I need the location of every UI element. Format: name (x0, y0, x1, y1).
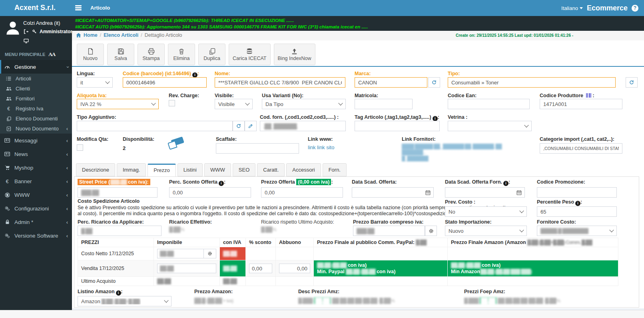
sidebar-item-versione-software[interactable]: Versione Software‹ (0, 229, 72, 242)
sidebar-item-nuovo-documento[interactable]: Nuovo Documento ‹ (0, 124, 72, 134)
breadcrumb-bar: Home/ Elenco Articoli/ Dettaglio Articol… (72, 31, 644, 41)
help-icon[interactable]: ? (632, 5, 638, 12)
lingua-select[interactable]: it (77, 77, 113, 88)
prev-costo-select[interactable]: No (445, 206, 527, 217)
chevron-left-icon: ‹ (66, 138, 68, 144)
vendita-abbuono-input[interactable] (279, 264, 310, 273)
tab-www[interactable]: WWW (204, 163, 231, 176)
eraser-icon[interactable] (167, 136, 185, 149)
vendita-sconto-input[interactable] (249, 264, 272, 273)
tab-listini[interactable]: Listini (177, 163, 203, 176)
sidebar-item-elenco-documenti[interactable]: Elenco Documenti (0, 114, 72, 124)
data-scad-offerta-input[interactable] (352, 187, 434, 198)
sidebar-item-configurazioni[interactable]: Configurazioni‹ (0, 202, 72, 215)
prezzo-offerta-input[interactable] (261, 187, 343, 198)
calendar-icon[interactable] (423, 188, 433, 197)
costo-netto-imponibile-input[interactable]: ██,██ (157, 249, 204, 258)
tab-accessori[interactable]: Accessori (286, 163, 321, 176)
rev-charge-checkbox[interactable] (169, 100, 175, 106)
sidebar-item-myshop[interactable]: Myshop‹ (0, 161, 72, 174)
modifica-qta-checkbox[interactable] (77, 144, 83, 151)
sidebar-item-www[interactable]: WWW‹ (0, 188, 72, 202)
tab-prezzo[interactable]: Prezzo (148, 164, 175, 177)
info-icon[interactable]: i (192, 72, 197, 78)
listino-amazon-select[interactable]: Amazon █,██ (█,██+█,██) (78, 296, 171, 306)
prezzo-barrato-gear-button[interactable] (425, 226, 437, 236)
sidebar-item-messaggi[interactable]: Messaggi‹ (0, 134, 72, 147)
usa-varianti-select[interactable]: Da Tipo (262, 99, 346, 109)
sidebar-item-clienti[interactable]: Clienti (0, 84, 72, 94)
tipo-aggiuntivo-input[interactable] (77, 121, 233, 131)
nuovo-button[interactable]: Nuovo (77, 44, 104, 65)
info-icon[interactable]: i (219, 181, 224, 186)
stato-importazione-select[interactable]: Nuovo (445, 226, 527, 236)
info-icon[interactable]: i (433, 116, 438, 121)
tag-articolo-input[interactable] (355, 121, 440, 131)
salva-button[interactable]: Salva (107, 44, 134, 65)
cod-forn-input[interactable]: ,██_███████, (260, 121, 346, 131)
tipo-refresh-button[interactable] (626, 77, 638, 88)
costo-netto-gear-button[interactable] (204, 249, 216, 258)
bing-indexnow-button[interactable]: Bing IndexNow (274, 44, 315, 65)
sidebar-item-gestione[interactable]: Gestione ‹ (0, 60, 72, 74)
elimina-button[interactable]: Elimina (168, 44, 195, 65)
marca-refresh-button[interactable] (428, 77, 440, 88)
scaffale-input[interactable] (216, 143, 299, 154)
breadcrumb-home[interactable]: Home (84, 32, 98, 38)
breadcrumb-elenco-articoli[interactable]: Elenco Articoli (104, 32, 138, 38)
tipo-input[interactable] (448, 77, 616, 88)
sidebar-item-registro-iva[interactable]: € Registro Iva (0, 104, 72, 114)
sidebar-item-admin[interactable]: Admin *‹ (0, 215, 72, 229)
prezzo-barrato-input[interactable]: ███,██ (353, 226, 425, 236)
fornitore-costo-select[interactable]: █████,█ ████████ (537, 226, 617, 236)
font-size-icon[interactable]: AA (48, 51, 55, 58)
euro-icon: € (4, 178, 10, 184)
carica-icecat-button[interactable]: Carica ICECAT (229, 44, 271, 65)
street-price-input[interactable]: ███,██ (78, 187, 158, 198)
info-icon[interactable]: i (116, 290, 121, 296)
modifica-qta-label: Modifica Qta: (77, 136, 108, 142)
tab-forn[interactable]: Forn. (323, 163, 347, 176)
monitor-icon[interactable] (23, 38, 29, 44)
perc-ricarico-input[interactable]: █,██ (78, 226, 161, 236)
logout-icon[interactable] (23, 29, 29, 34)
link-fornitori-line1[interactable]: ████ ██████ ██,_███████ ██, ███████, ██ … (402, 144, 522, 156)
sidebar-item-banner[interactable]: € Banner‹ (0, 174, 72, 188)
sidebar-item-fornitori[interactable]: Fornitori (0, 94, 72, 104)
categorie-import-input[interactable] (540, 143, 622, 154)
codice-promozione-input[interactable] (537, 187, 617, 198)
info-icon[interactable]: i (503, 181, 508, 186)
menu-toggle-icon[interactable] (75, 5, 82, 10)
categorie-import-label: Categorie import (,cat1, cat2,..): (540, 136, 614, 142)
tab-seo[interactable]: SEO (233, 163, 255, 176)
stampa-button[interactable]: Stampa (138, 44, 165, 65)
info-icon[interactable]: i (575, 201, 580, 206)
vendita-imponibile-input[interactable]: ██,██ (157, 264, 216, 273)
duplica-button[interactable]: Duplica (198, 44, 225, 65)
visibile-select[interactable]: Visibile (215, 99, 253, 109)
ricarico-effettivo-label: Ricarico Effettivo: (169, 219, 212, 225)
link-fornitori-line2[interactable]: █_███████ (402, 156, 522, 162)
sidebar-item-articoli[interactable]: Articoli (0, 74, 72, 84)
marca-input[interactable] (355, 77, 427, 88)
link-www-link[interactable]: link link sito (308, 144, 334, 150)
calendar-icon[interactable] (514, 188, 524, 197)
codice-input[interactable] (123, 77, 207, 88)
vetrina-select[interactable] (448, 121, 532, 131)
aliquota-select[interactable]: IVA 22 % (77, 99, 159, 109)
language-dropdown[interactable]: Italiano (561, 5, 583, 11)
tipo-aggiuntivo-refresh-button[interactable] (233, 121, 245, 131)
tab-immag[interactable]: Immag. (117, 163, 146, 176)
percentile-peso-input[interactable] (537, 206, 617, 217)
data-scad-offerta-forn-input[interactable] (445, 187, 525, 198)
nome-input[interactable] (215, 77, 345, 88)
costo-netto-con-iva: ██,██ (220, 247, 246, 260)
matricola-input[interactable] (355, 99, 413, 109)
codice-produttore-input[interactable] (540, 99, 622, 109)
tab-caratt[interactable]: Caratt. (257, 163, 285, 176)
tab-descrizione[interactable]: Descrizione (76, 163, 115, 176)
tipo-aggiuntivo-edit-button[interactable] (245, 121, 257, 131)
perc-sconto-offerta-input[interactable] (169, 187, 251, 198)
codice-ean-input[interactable] (448, 99, 530, 109)
sidebar-item-news[interactable]: News‹ (0, 147, 72, 161)
